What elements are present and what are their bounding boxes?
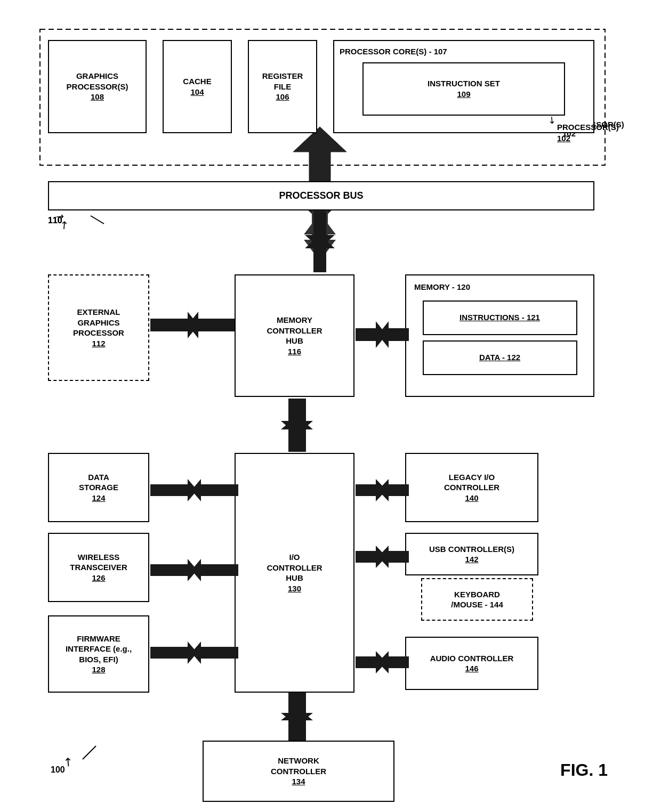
- arrow-bus-mch-v: [304, 211, 336, 272]
- arrow-wireless-ioh: [150, 557, 238, 583]
- register-file-line1: REGISTER: [262, 71, 303, 82]
- wireless-line3: 126: [92, 573, 105, 582]
- svg-marker-17: [378, 321, 409, 348]
- svg-marker-25: [191, 642, 238, 664]
- usb-line2: 142: [465, 555, 478, 564]
- graphics-processor-line1: GRAPHICS: [76, 71, 118, 82]
- network-controller-box: NETWORK CONTROLLER 134: [203, 741, 394, 802]
- keyboard-line1: KEYBOARD: [454, 589, 500, 600]
- memory-label: MEMORY - 120: [406, 282, 470, 293]
- memory-outer-box: MEMORY - 120 INSTRUCTIONS - 121 DATA - 1…: [405, 274, 594, 397]
- ioh-box: I/O CONTROLLER HUB 130: [235, 453, 354, 693]
- data-storage-box: DATA STORAGE 124: [48, 453, 149, 522]
- svg-marker-13: [305, 235, 335, 272]
- arrow-mch-ioh: [280, 399, 315, 452]
- svg-marker-21: [191, 479, 238, 501]
- firmware-line3: BIOS, EFI): [79, 654, 118, 665]
- svg-line-6: [91, 216, 104, 224]
- cache-line1: CACHE: [183, 76, 211, 87]
- legacy-io-line3: 140: [465, 493, 478, 502]
- svg-marker-27: [378, 479, 409, 501]
- mch-line2: CONTROLLER: [267, 326, 322, 336]
- mch-box: MEMORY CONTROLLER HUB 116: [235, 274, 354, 397]
- graphics-processor-box: GRAPHICS PROCESSOR(S) 108: [48, 40, 147, 133]
- data-storage-line1: DATA: [88, 472, 109, 483]
- diagram-container: PROCESSOR(S) 102 GRAPHICS PROCESSOR(S) 1…: [0, 0, 661, 812]
- processors-label: PROCESSOR(S)102: [557, 121, 619, 144]
- svg-marker-20: [150, 479, 197, 501]
- svg-marker-33: [281, 708, 313, 741]
- svg-marker-22: [150, 559, 197, 581]
- processor-cores-label: PROCESSOR CORE(S) - 107: [334, 46, 447, 57]
- firmware-line4: 128: [92, 665, 105, 674]
- svg-marker-24: [150, 642, 197, 664]
- svg-marker-31: [378, 651, 409, 673]
- label-100-text: 100: [51, 765, 65, 775]
- ioh-line3: HUB: [286, 573, 303, 583]
- network-line3: 134: [292, 777, 305, 786]
- keyboard-mouse-box: KEYBOARD /MOUSE - 144: [421, 578, 533, 621]
- graphics-processor-line2: PROCESSOR(S): [67, 82, 128, 92]
- audio-controller-box: AUDIO CONTROLLER 146: [405, 637, 538, 690]
- usb-line1: USB CONTROLLER(S): [429, 544, 514, 555]
- processor-bus-label: PROCESSOR BUS: [279, 190, 363, 202]
- firmware-line2: INTERFACE (e.g.,: [66, 644, 132, 654]
- data-box: DATA - 122: [423, 340, 577, 375]
- arrow-ioh-network: [280, 693, 315, 741]
- ext-graphics-line3: PROCESSOR: [73, 328, 124, 338]
- graphics-processor-line3: 108: [91, 92, 104, 101]
- arrow-ioh-legacy: [356, 477, 409, 504]
- arrow-ioh-audio: [356, 649, 409, 676]
- firmware-line1: FIRMWARE: [77, 634, 120, 644]
- instruction-set-box: INSTRUCTION SET 109: [362, 62, 565, 116]
- mch-line1: MEMORY: [277, 315, 312, 326]
- legacy-io-line2: CONTROLLER: [444, 482, 499, 493]
- cache-box: CACHE 104: [163, 40, 232, 133]
- register-file-box: REGISTER FILE 106: [248, 40, 317, 133]
- arrow-datastorage-ioh: [150, 477, 238, 504]
- firmware-box: FIRMWARE INTERFACE (e.g., BIOS, EFI) 128: [48, 615, 149, 693]
- audio-line1: AUDIO CONTROLLER: [430, 653, 514, 664]
- register-file-line2: FILE: [274, 82, 292, 92]
- instruction-set-line1: INSTRUCTION SET: [428, 78, 500, 89]
- mch-line3: HUB: [286, 336, 303, 346]
- svg-marker-29: [378, 546, 409, 568]
- arrow-extgraphics-mch: [150, 309, 236, 341]
- svg-marker-4: [293, 127, 346, 169]
- data-storage-line2: STORAGE: [79, 482, 118, 493]
- arrow-firmware-ioh: [150, 639, 238, 666]
- wireless-line1: WIRELESS: [78, 552, 119, 563]
- data-storage-line3: 124: [92, 493, 105, 502]
- ext-graphics-line4: 112: [92, 339, 105, 348]
- usb-controllers-box: USB CONTROLLER(S) 142: [405, 533, 538, 575]
- svg-marker-23: [191, 559, 238, 581]
- ioh-line4: 130: [288, 584, 301, 593]
- ioh-line2: CONTROLLER: [267, 563, 322, 573]
- arrow-mch-memory: [356, 319, 409, 351]
- instructions-label: INSTRUCTIONS - 121: [460, 313, 540, 322]
- legacy-io-box: LEGACY I/O CONTROLLER 140: [405, 453, 538, 522]
- svg-marker-15: [188, 312, 236, 338]
- fig-label: FIG. 1: [560, 760, 608, 780]
- ext-graphics-line1: EXTERNAL: [77, 307, 120, 318]
- network-line1: NETWORK: [278, 756, 319, 766]
- arrow-ioh-usb: [356, 543, 409, 570]
- instruction-set-line2: 109: [457, 90, 470, 99]
- processor-bus-box: PROCESSOR BUS: [48, 181, 594, 210]
- external-graphics-box: EXTERNAL GRAPHICS PROCESSOR 112: [48, 274, 149, 381]
- wireless-line2: TRANSCEIVER: [70, 562, 127, 573]
- cache-line2: 104: [190, 87, 204, 96]
- wireless-transceiver-box: WIRELESS TRANSCEIVER 126: [48, 533, 149, 602]
- audio-line2: 146: [465, 664, 478, 673]
- network-line2: CONTROLLER: [271, 766, 326, 777]
- register-file-line3: 106: [276, 92, 289, 101]
- instructions-box: INSTRUCTIONS - 121: [423, 301, 577, 335]
- mch-line4: 116: [288, 347, 301, 356]
- ext-graphics-line2: GRAPHICS: [77, 318, 119, 328]
- svg-line-7: [83, 746, 96, 759]
- legacy-io-line1: LEGACY I/O: [449, 472, 495, 483]
- data-label: DATA - 122: [479, 353, 520, 362]
- keyboard-line2: /MOUSE - 144: [451, 599, 503, 610]
- ioh-line1: I/O: [289, 552, 300, 563]
